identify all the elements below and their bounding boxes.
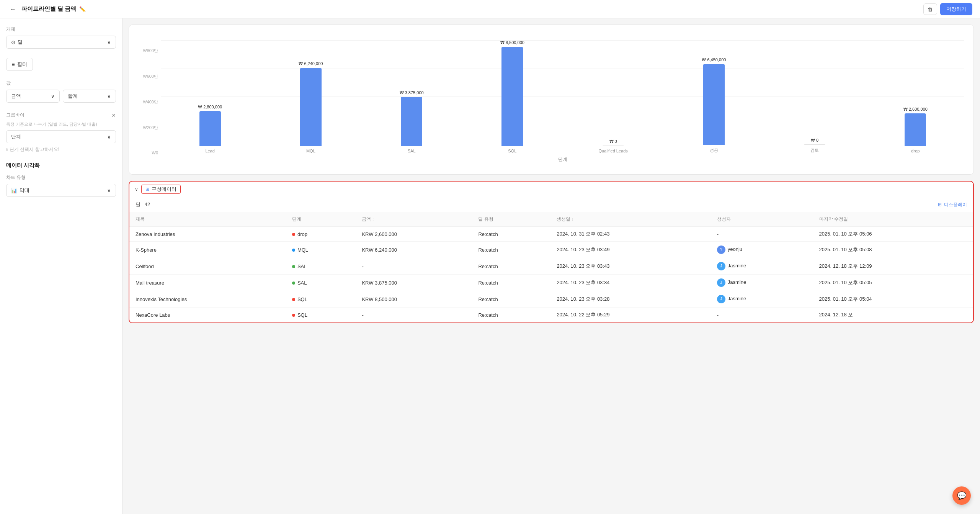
avatar: Y [717, 246, 725, 254]
chart-plot: ₩ 2,800,000 Lead ₩ 6,240,000 MQL [161, 40, 964, 163]
value-label: 값 [6, 80, 116, 87]
amount-label: 금액 [11, 93, 21, 100]
cell-modified: 2025. 01. 10 오후 05:06 [813, 227, 973, 242]
cell-modified: 2025. 01. 10 오후 05:05 [813, 275, 973, 291]
cell-deal-type: Re:catch [472, 227, 550, 242]
amount-select[interactable]: 금액 ∨ [6, 90, 60, 103]
cell-stage: SAL [286, 258, 356, 275]
cell-deal-type: Re:catch [472, 291, 550, 308]
cell-title: NexaCore Labs [129, 308, 286, 322]
table-header-row: 제목 단계 금액 딜 유형 생성일 생성자 마지막 수정일 [129, 212, 973, 227]
cell-creator: JJasmine [711, 291, 813, 308]
chevron-down-icon-2: ∨ [51, 93, 55, 99]
cell-created: 2024. 10. 22 오후 05:29 [550, 308, 710, 322]
hint-label: 단계 선택시 참고하세요! [10, 146, 59, 153]
cell-creator: Yyeonju [711, 242, 813, 258]
cell-creator: - [711, 227, 813, 242]
edit-icon[interactable]: ✏️ [79, 6, 86, 12]
cell-deal-type: Re:catch [472, 258, 550, 275]
chat-bubble[interactable]: 💬 [952, 486, 971, 505]
groupby-close-icon[interactable]: ✕ [111, 112, 116, 118]
bar-label-success-bottom: 성공 [710, 147, 718, 153]
back-button[interactable]: ← [8, 5, 18, 13]
col-title: 제목 [129, 212, 286, 227]
bar-lead: ₩ 2,800,000 Lead [161, 105, 259, 153]
col-amount[interactable]: 금액 [356, 212, 472, 227]
display-label: 디스플레이 [944, 201, 967, 208]
stage-select[interactable]: 단계 ∨ [6, 130, 116, 143]
table-head: 제목 단계 금액 딜 유형 생성일 생성자 마지막 수정일 [129, 212, 973, 227]
filter-button[interactable]: ≡ 필터 [6, 58, 33, 71]
chart-type-select[interactable]: 📊 막대 ∨ [6, 184, 116, 197]
bar-label-sql-top: ₩ 8,500,000 [500, 40, 524, 45]
cell-stage: SAL [286, 275, 356, 291]
bar-label-mql-top: ₩ 6,240,000 [299, 61, 323, 66]
bar-label-review-top: ₩ 0 [811, 138, 818, 143]
display-icon: ⊞ [938, 202, 942, 207]
display-button[interactable]: ⊞ 디스플레이 [938, 201, 967, 208]
table-header-outline: ⊞ 구성데이터 [141, 185, 181, 194]
groupby-header: 그룹바이 ✕ [6, 112, 116, 118]
stage-dot [292, 314, 295, 317]
cell-modified: 2024. 12. 18 오후 12:09 [813, 258, 973, 275]
cell-modified: 2025. 01. 10 오후 05:04 [813, 291, 973, 308]
col-created[interactable]: 생성일 [550, 212, 710, 227]
deal-select-label: 딜 [18, 39, 23, 46]
col-creator: 생성자 [711, 212, 813, 227]
bar-lead-bar [199, 111, 221, 146]
table-row: K-Sphere MQL KRW 6,240,000 Re:catch 2024… [129, 242, 973, 258]
entity-select[interactable]: ⊙ 딜 ∨ [6, 36, 116, 49]
table-row: Mail treasure SAL KRW 3,875,000 Re:catch… [129, 275, 973, 291]
cell-stage: SQL [286, 308, 356, 322]
bar-label-mql-bottom: MQL [306, 149, 315, 153]
cell-amount: KRW 3,875,000 [356, 275, 472, 291]
avatar: J [717, 278, 725, 287]
sum-label: 합계 [68, 93, 78, 100]
groupby-section: 그룹바이 ✕ 특정 기준으로 나누기 (일별 리드, 담당자별 매출) 단계 ∨… [6, 112, 116, 153]
y-label-800: W800만 [138, 48, 161, 54]
bar-label-sql-bottom: SQL [508, 149, 516, 153]
chart-y-axis: W0 W200만 W400만 W600만 W800만 [138, 48, 161, 163]
chevron-down-icon-3: ∨ [107, 93, 111, 99]
gridline-top [161, 40, 964, 41]
bar-label-lead-bottom: Lead [205, 149, 214, 153]
cell-created: 2024. 10. 23 오후 03:34 [550, 275, 710, 291]
toggle-icon[interactable]: ∨ [135, 187, 138, 192]
chevron-down-icon-4: ∨ [107, 134, 111, 140]
table-section: ∨ ⊞ 구성데이터 딜 42 ⊞ 디스플레이 [129, 181, 974, 323]
bar-sal: ₩ 3,875,000 SAL [363, 90, 461, 153]
sum-select[interactable]: 합계 ∨ [63, 90, 116, 103]
value-selects: 금액 ∨ 합계 ∨ [6, 90, 116, 103]
groupby-sublabel: 특정 기준으로 나누기 (일별 리드, 담당자별 매출) [6, 121, 116, 127]
bar-label-review-bottom: 검토 [810, 147, 819, 153]
sidebar: 개체 ⊙ 딜 ∨ ≡ 필터 값 금액 ∨ [0, 18, 122, 514]
cell-stage: SQL [286, 291, 356, 308]
filter-icon: ≡ [12, 62, 15, 67]
save-button[interactable]: 저장하기 [940, 3, 972, 15]
filter-label: 필터 [17, 61, 27, 68]
bar-label-lead-top: ₩ 2,800,000 [198, 105, 222, 110]
chevron-down-icon-5: ∨ [107, 188, 111, 193]
bar-label-drop-top: ₩ 2,600,000 [903, 107, 928, 112]
data-table-section: 딜 42 ⊞ 디스플레이 제목 단계 금액 [129, 197, 973, 322]
info-icon: ℹ [6, 147, 8, 152]
bar-sal-bar [401, 97, 422, 146]
bar-label-qualified-top: ₩ 0 [609, 139, 617, 144]
cell-deal-type: Re:catch [472, 275, 550, 291]
table-row: Zenova Industries drop KRW 2,600,000 Re:… [129, 227, 973, 242]
col-deal-type: 딜 유형 [472, 212, 550, 227]
bar-sql-bar [501, 47, 523, 146]
table-row: NexaCore Labs SQL - Re:catch 2024. 10. 2… [129, 308, 973, 322]
chart-bars-container: ₩ 2,800,000 Lead ₩ 6,240,000 MQL [161, 40, 964, 153]
cell-creator: JJasmine [711, 275, 813, 291]
cell-title: Zenova Industries [129, 227, 286, 242]
deal-count-label: 딜 42 [136, 201, 150, 208]
bar-qualified-bar [603, 146, 624, 146]
bar-mql: ₩ 6,240,000 MQL [262, 61, 359, 153]
table-row: Innovexis Technologies SQL KRW 8,500,000… [129, 291, 973, 308]
x-axis-label: 단계 [161, 156, 964, 163]
trash-button[interactable]: 🗑 [923, 3, 937, 15]
col-stage: 단계 [286, 212, 356, 227]
dataviz-section: 데이터 시각화 차트 유형 📊 막대 ∨ [6, 162, 116, 197]
bar-review-bar [804, 144, 825, 145]
